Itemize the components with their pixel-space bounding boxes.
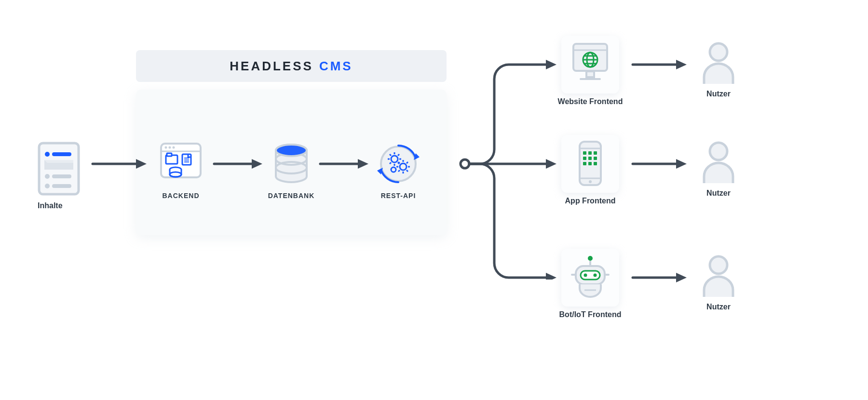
svg-point-82 [710, 256, 727, 274]
svg-point-1 [45, 152, 50, 157]
arrow-website-user [630, 58, 688, 71]
rest-api-icon [377, 143, 420, 185]
website-frontend-icon [571, 41, 610, 87]
svg-rect-62 [583, 162, 586, 165]
svg-rect-63 [588, 162, 592, 165]
inhalte-label: Inhalte [38, 201, 80, 210]
svg-point-15 [173, 147, 175, 149]
bot-frontend-label: Bot/IoT Frontend [547, 310, 634, 319]
branch-connector [453, 48, 559, 280]
user-icon-1 [700, 41, 737, 86]
svg-rect-57 [588, 151, 592, 155]
svg-point-81 [710, 143, 727, 160]
svg-marker-79 [676, 273, 687, 282]
svg-point-69 [584, 274, 587, 277]
svg-rect-59 [583, 157, 586, 160]
svg-point-70 [594, 274, 597, 277]
svg-marker-25 [252, 159, 262, 169]
bot-frontend-icon [570, 253, 610, 302]
website-frontend-label: Website Frontend [547, 97, 634, 106]
svg-point-80 [710, 43, 727, 61]
app-frontend-icon [578, 140, 603, 187]
svg-rect-61 [594, 157, 597, 160]
svg-rect-2 [52, 152, 71, 156]
svg-point-38 [461, 160, 469, 168]
user-icon-2 [700, 141, 737, 185]
svg-marker-41 [546, 159, 556, 169]
svg-marker-4 [44, 160, 73, 163]
svg-marker-75 [676, 60, 687, 69]
title-part2: CMS [319, 59, 353, 74]
arrow-app-user [630, 157, 688, 171]
title-bar: HEADLESS CMS [136, 50, 447, 82]
svg-rect-45 [586, 71, 594, 77]
title-part1: HEADLESS [230, 59, 313, 74]
svg-marker-31 [358, 159, 368, 169]
arrow-backend-datenbank [211, 157, 263, 171]
svg-rect-60 [588, 157, 592, 160]
backend-icon [159, 141, 203, 184]
content-document-icon [38, 142, 80, 196]
user-label-1: Nutzer [695, 90, 742, 98]
svg-rect-6 [52, 174, 71, 178]
backend-label: BACKEND [149, 192, 212, 200]
svg-point-14 [169, 147, 171, 149]
svg-rect-8 [52, 184, 71, 188]
app-frontend-label: App Frontend [547, 197, 634, 205]
svg-marker-77 [676, 159, 687, 169]
datenbank-label: DATENBANK [258, 192, 325, 200]
svg-marker-39 [546, 60, 556, 69]
svg-point-7 [45, 184, 50, 188]
svg-marker-42 [546, 273, 556, 280]
svg-point-5 [45, 174, 50, 179]
svg-point-55 [589, 180, 592, 183]
svg-rect-56 [583, 151, 586, 155]
svg-rect-58 [594, 151, 597, 155]
user-label-3: Nutzer [695, 303, 742, 311]
svg-marker-10 [136, 159, 147, 169]
arrow-bot-user [630, 271, 688, 284]
svg-rect-68 [581, 271, 600, 280]
svg-rect-64 [594, 162, 597, 165]
restapi-label: REST-API [366, 192, 430, 200]
svg-point-29 [276, 145, 307, 156]
database-icon [272, 144, 310, 185]
user-icon-3 [700, 254, 737, 299]
arrow-inhalte-backend [90, 157, 148, 171]
arrow-datenbank-restapi [317, 157, 369, 171]
svg-point-65 [588, 256, 593, 261]
diagram-canvas: HEADLESS CMS Inhalte BACKEND [0, 0, 868, 400]
user-label-2: Nutzer [695, 189, 742, 198]
svg-rect-17 [167, 153, 172, 156]
svg-point-13 [165, 147, 167, 149]
